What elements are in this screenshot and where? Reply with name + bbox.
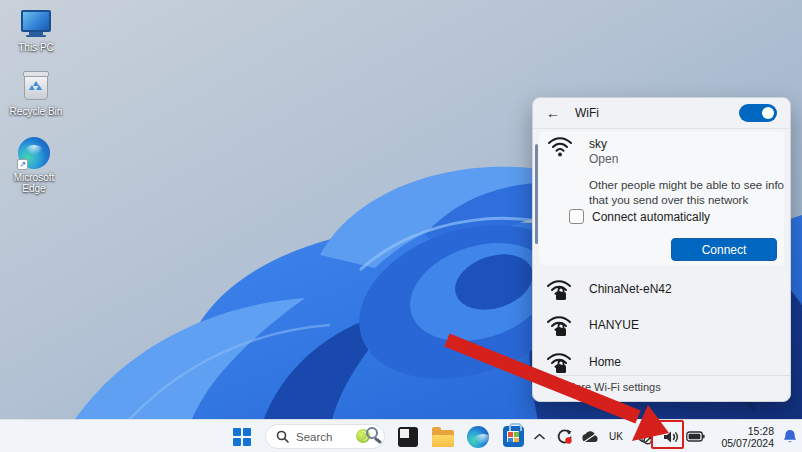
shortcut-arrow-icon: ↗ xyxy=(17,159,28,170)
system-tray: UK xyxy=(527,420,802,452)
network-name: ChinaNet-eN42 xyxy=(589,282,672,296)
wifi-toggle[interactable] xyxy=(739,104,777,122)
network-item-chinanet[interactable]: ChinaNet-eN42 xyxy=(533,272,790,306)
tray-notification-bell[interactable] xyxy=(778,420,802,452)
wifi-signal-icon xyxy=(547,134,573,158)
desktop-icon-this-pc[interactable]: This PC xyxy=(5,6,67,53)
this-pc-icon xyxy=(18,6,54,40)
more-wifi-settings-link[interactable]: More Wi-Fi settings xyxy=(566,381,661,393)
connect-button[interactable]: Connect xyxy=(671,238,777,261)
taskbar-center-icons: Search xyxy=(230,420,525,452)
panel-scrollbar[interactable] xyxy=(535,144,538,244)
tray-hidden-icons-chevron[interactable] xyxy=(527,420,551,452)
sync-arrow-icon xyxy=(556,428,573,445)
connect-automatically-row: Connect automatically xyxy=(569,209,710,224)
tray-battery[interactable] xyxy=(682,420,708,452)
desktop-screen: This PC Recycle Bin ↗ Microsoft Edge ← W… xyxy=(0,0,802,452)
tray-sync-pending[interactable] xyxy=(551,420,577,452)
language-label: UK xyxy=(603,431,629,442)
desktop-icon-label: This PC xyxy=(18,42,54,53)
search-icon xyxy=(276,430,289,443)
start-button[interactable] xyxy=(230,425,254,449)
desktop-icon-label: Recycle Bin xyxy=(10,106,63,117)
toggle-knob xyxy=(762,107,774,119)
speaker-icon xyxy=(663,430,679,444)
chevron-up-icon xyxy=(534,433,545,440)
battery-icon xyxy=(686,431,705,442)
tray-network-globe[interactable] xyxy=(629,423,660,450)
dark-square-app-icon xyxy=(398,427,418,447)
selected-network-security: Open xyxy=(589,152,618,166)
network-item-home[interactable]: Home xyxy=(533,345,790,379)
desktop-icon-label: Microsoft Edge xyxy=(3,172,65,194)
footer-divider xyxy=(533,375,790,376)
back-button[interactable]: ← xyxy=(546,105,566,121)
clock-time: 15:28 xyxy=(714,425,774,437)
magnifier-icon xyxy=(366,427,378,439)
wifi-panel-title: WiFi xyxy=(575,106,739,120)
taskbar-app-dark-square[interactable] xyxy=(396,425,420,449)
wifi-lock-icon xyxy=(546,313,572,337)
tray-onedrive[interactable] xyxy=(577,420,603,452)
store-icon xyxy=(503,426,524,447)
selected-network-name[interactable]: sky xyxy=(589,137,607,151)
network-name: Home xyxy=(589,355,621,369)
network-item-hanyue[interactable]: HANYUE xyxy=(533,308,790,342)
clock-date: 05/07/2024 xyxy=(714,437,774,449)
search-label: Search xyxy=(296,431,356,443)
tray-language-indicator[interactable]: UK xyxy=(603,420,629,452)
edge-icon: ↗ xyxy=(16,136,52,170)
open-network-warning: Other people might be able to see info t… xyxy=(589,178,802,208)
recycle-bin-icon xyxy=(18,70,54,104)
wifi-panel-header: ← WiFi xyxy=(533,98,790,129)
globe-no-internet-icon xyxy=(635,427,654,446)
edge-icon xyxy=(467,426,489,448)
taskbar: Search xyxy=(0,419,802,452)
taskbar-search[interactable]: Search xyxy=(265,424,385,449)
taskbar-file-explorer[interactable] xyxy=(431,425,455,449)
wifi-lock-icon xyxy=(546,350,572,374)
bell-icon xyxy=(783,429,797,445)
desktop-icon-microsoft-edge[interactable]: ↗ Microsoft Edge xyxy=(3,136,65,194)
search-daily-image xyxy=(356,427,380,447)
tray-clock[interactable]: 15:28 05/07/2024 xyxy=(714,425,774,449)
windows-logo-icon xyxy=(233,428,251,446)
network-name: HANYUE xyxy=(589,318,639,332)
wifi-lock-icon xyxy=(546,277,572,301)
taskbar-edge[interactable] xyxy=(466,425,490,449)
tray-volume[interactable] xyxy=(660,420,682,452)
folder-icon xyxy=(432,430,454,447)
connect-automatically-label: Connect automatically xyxy=(592,210,710,224)
cloud-icon xyxy=(581,430,600,443)
desktop-icon-recycle-bin[interactable]: Recycle Bin xyxy=(5,70,67,117)
taskbar-microsoft-store[interactable] xyxy=(501,425,525,449)
connect-automatically-checkbox[interactable] xyxy=(569,209,584,224)
wifi-flyout-panel: ← WiFi sky Open Other people might be ab… xyxy=(532,97,791,402)
